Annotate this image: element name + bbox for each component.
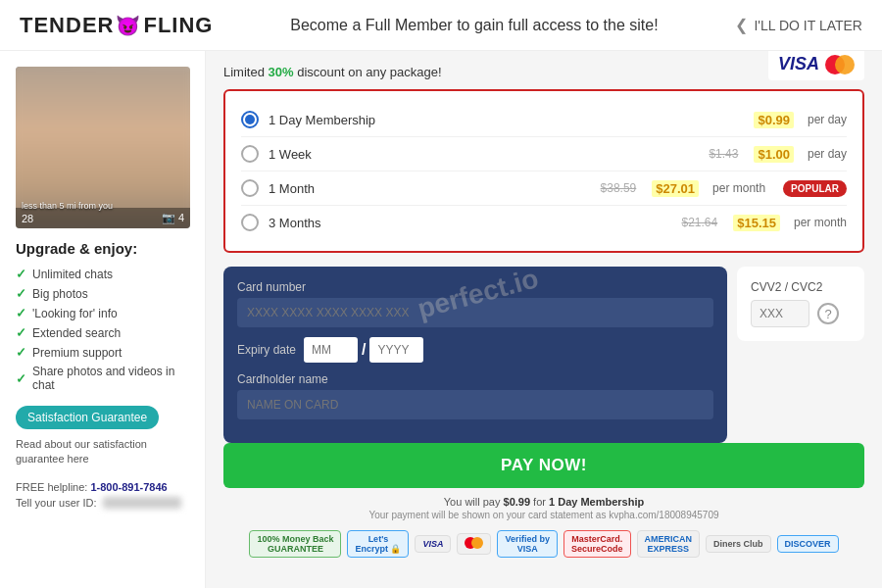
profile-info-overlay: 28 📷 4 — [16, 208, 190, 228]
user-id-label: Tell your user ID: — [16, 497, 97, 509]
upgrade-title: Upgrade & enjoy: — [16, 240, 189, 257]
expiry-mm-input[interactable] — [304, 337, 358, 363]
pay-now-button[interactable]: PAY NOW! — [223, 443, 864, 488]
plan-name-3months: 3 Months — [269, 216, 672, 230]
cvv-row: ? — [751, 300, 851, 327]
cardholder-input[interactable] — [237, 390, 713, 419]
check-icon: ✓ — [16, 371, 26, 386]
plan-row-3months[interactable]: 3 Months $21.64 $15.15 per month — [241, 206, 847, 239]
pay-info: You will pay $0.99 for 1 Day Membership — [223, 496, 864, 508]
mc-badge-trust — [457, 533, 491, 555]
period-1day: per day — [808, 113, 847, 126]
visa-badge-trust: VISA — [415, 535, 451, 553]
expiry-separator: / — [362, 341, 366, 359]
visa-badge: VISA — [768, 51, 864, 80]
chevron-left-icon: ❮ — [735, 16, 748, 34]
satisfaction-guarantee-button[interactable]: Satisfaction Guarantee — [16, 406, 159, 429]
amex-badge: AMERICANEXPRESS — [637, 530, 701, 558]
plan-row-1day[interactable]: 1 Day Membership $0.99 per day — [241, 103, 847, 137]
lets-encrypt-badge: Let'sEncrypt 🔒 — [347, 530, 409, 558]
radio-1week[interactable] — [241, 145, 259, 163]
feature-item: ✓Unlimited chats — [16, 267, 189, 281]
sale-price-1week: $1.00 — [754, 146, 794, 163]
skip-link[interactable]: ❮ I'LL DO IT LATER — [735, 16, 862, 34]
feature-item: ✓'Looking for' info — [16, 306, 189, 320]
plan-name-1week: 1 Week — [269, 147, 699, 162]
payment-row: Card number Expiry date / Cardholder nam… — [223, 267, 864, 443]
mastercard-icon — [825, 55, 855, 74]
original-price-1month: $38.59 — [601, 181, 637, 195]
feature-item: ✓Extended search — [16, 325, 189, 340]
feature-item: ✓Big photos — [16, 286, 189, 301]
check-icon: ✓ — [16, 267, 26, 281]
logo-devil-icon: 😈 — [116, 14, 141, 37]
check-icon: ✓ — [16, 306, 26, 320]
pricing-box: 1 Day Membership $0.99 per day 1 Week $1… — [223, 89, 864, 253]
discount-text1: Limited — [223, 65, 269, 79]
original-price-1week: $1.43 — [709, 147, 738, 161]
feature-list: ✓Unlimited chats ✓Big photos ✓'Looking f… — [16, 267, 189, 392]
radio-1day[interactable] — [241, 111, 259, 128]
header-tagline: Become a Full Member to gain full access… — [290, 17, 658, 34]
plan-name-1day: 1 Day Membership — [269, 113, 744, 127]
logo-text2: FLING — [143, 13, 213, 38]
popular-badge: POPULAR — [783, 180, 847, 197]
expiry-yyyy-input[interactable] — [369, 337, 423, 363]
period-1month: per month — [712, 181, 765, 195]
skip-label: I'LL DO IT LATER — [754, 18, 862, 33]
check-icon: ✓ — [16, 325, 26, 340]
original-price-3months: $21.64 — [682, 216, 718, 229]
pay-statement: Your payment will be shown on your card … — [223, 510, 864, 520]
profile-image: 28 📷 4 less than 5 mi from you — [16, 67, 190, 228]
expiry-row: Expiry date / — [237, 337, 713, 363]
user-id-row: Tell your user ID: — [16, 497, 189, 509]
cvv-label: CVV2 / CVC2 — [751, 280, 851, 294]
helpline: FREE helpline: 1-800-891-7846 — [16, 481, 189, 493]
money-back-badge: 100% Money BackGUARANTEE — [249, 530, 341, 558]
main-content: 28 📷 4 less than 5 mi from you Upgrade &… — [0, 51, 882, 588]
diners-badge: Diners Club — [706, 535, 771, 553]
sale-price-3months: $15.15 — [733, 215, 780, 231]
visa-text: VISA — [778, 54, 819, 74]
profile-age: 28 — [22, 213, 33, 224]
verified-visa-badge: Verified byVISA — [497, 530, 558, 558]
user-id-value — [103, 497, 181, 509]
plan-row-1week[interactable]: 1 Week $1.43 $1.00 per day — [241, 137, 847, 172]
card-number-label: Card number — [237, 280, 713, 294]
sale-price-1month: $27.01 — [652, 180, 699, 197]
radio-3months[interactable] — [241, 214, 259, 231]
mastercard-secure-badge: MasterCard.SecureCode — [564, 530, 631, 558]
period-3months: per month — [794, 216, 847, 229]
cardholder-label: Cardholder name — [237, 372, 713, 386]
profile-distance: less than 5 mi from you — [22, 201, 113, 211]
feature-item: ✓Premium support — [16, 345, 189, 360]
logo-text1: TENDER — [20, 13, 114, 38]
header: TENDER 😈 FLING Become a Full Member to g… — [0, 0, 882, 51]
discover-badge: DISCOVER — [777, 535, 839, 553]
cvv-input[interactable] — [751, 300, 809, 327]
trust-badges: 100% Money BackGUARANTEE Let'sEncrypt 🔒 … — [223, 530, 864, 558]
discount-pct: 30% — [269, 65, 294, 79]
sidebar: 28 📷 4 less than 5 mi from you Upgrade &… — [0, 51, 206, 588]
card-form: Card number Expiry date / Cardholder nam… — [223, 267, 727, 443]
expiry-label: Expiry date — [237, 343, 296, 357]
plan-row-1month[interactable]: 1 Month $38.59 $27.01 per month POPULAR — [241, 172, 847, 206]
plan-name-1month: 1 Month — [269, 181, 591, 196]
check-icon: ✓ — [16, 286, 26, 301]
logo: TENDER 😈 FLING — [20, 13, 213, 38]
helpline-number[interactable]: 1-800-891-7846 — [90, 481, 167, 493]
camera-icon: 📷 4 — [162, 212, 184, 224]
cvv-section: CVV2 / CVC2 ? — [737, 267, 864, 341]
sale-price-1day: $0.99 — [754, 112, 794, 128]
cvv-help-button[interactable]: ? — [817, 303, 839, 324]
check-icon: ✓ — [16, 345, 26, 360]
discount-text2: discount on any package! — [294, 65, 442, 79]
content-area: Limited 30% discount on any package! VIS… — [206, 51, 882, 588]
radio-1month[interactable] — [241, 179, 259, 197]
card-number-input[interactable] — [237, 298, 713, 327]
period-1week: per day — [808, 147, 847, 161]
expiry-inputs: / — [304, 337, 423, 363]
feature-item: ✓Share photos and videos in chat — [16, 365, 189, 392]
guarantee-text: Read about our satisfaction guarantee he… — [16, 437, 189, 467]
